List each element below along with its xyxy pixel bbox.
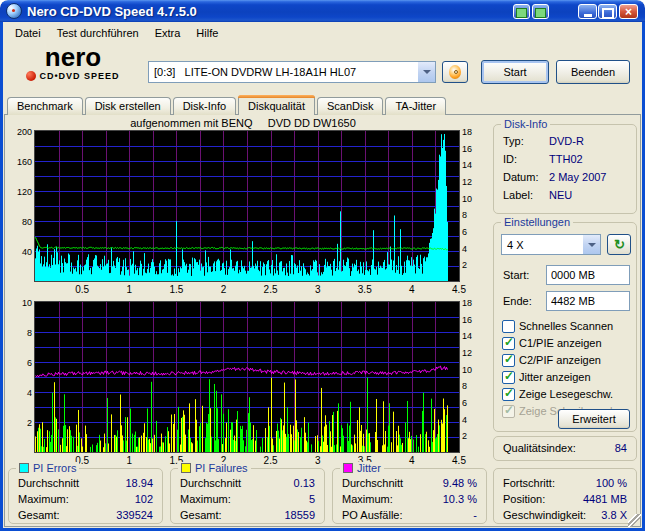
menu-extra[interactable]: Extra (147, 25, 189, 41)
jitter-po-label: PO Ausfälle: (342, 509, 403, 521)
pi-errors-group-title: PI Errors (16, 462, 79, 474)
axis-tick-label: 16 (462, 315, 472, 325)
tab-scandisk[interactable]: ScanDisk (317, 97, 383, 115)
maximize-button[interactable] (598, 4, 617, 19)
start-position-label: Start: (503, 269, 529, 281)
pie-chart-canvas (34, 130, 460, 282)
axis-tick-label: 10 (462, 194, 472, 204)
tab-disk-info[interactable]: Disk-Info (173, 97, 236, 115)
checkbox-c2-pif[interactable]: C2/PIF anzeigen (502, 353, 601, 367)
close-button[interactable]: × (619, 4, 638, 19)
menubar: Datei Test durchführen Extra Hilfe (3, 23, 642, 42)
tab-benchmark[interactable]: Benchmark (7, 97, 83, 115)
axis-tick-label: 4 (462, 244, 467, 254)
jitter-max-value: 10.3 % (443, 493, 477, 505)
green-panel-icon (535, 8, 546, 18)
pif-avg-label: Durchschnitt (180, 477, 241, 489)
checkbox-box (502, 337, 515, 350)
menu-datei[interactable]: Datei (7, 25, 49, 41)
menu-test-durchfuehren[interactable]: Test durchführen (49, 25, 147, 41)
pif-left-axis: 246810 (8, 301, 34, 453)
axis-tick-label: 2 (462, 260, 467, 270)
checkbox-schnelles-scannen[interactable]: Schnelles Scannen (502, 319, 613, 333)
start-position-input[interactable] (546, 265, 630, 285)
axis-tick-label: 6 (462, 398, 467, 408)
pie-legend-swatch (19, 463, 29, 473)
axis-tick-label: 200 (17, 127, 32, 137)
axis-tick-label: 14 (462, 160, 472, 170)
quality-index-label: Qualitätsindex: (503, 442, 576, 454)
pie-chart: 4080120160200 24681012141618 (8, 130, 480, 282)
axis-tick-label: 8 (462, 210, 467, 220)
refresh-speed-button[interactable]: ↻ (607, 234, 631, 255)
axis-tick-label: 1 (126, 455, 132, 466)
pie-total-label: Gesamt: (18, 509, 60, 521)
end-position-input[interactable] (546, 291, 630, 311)
chart-title: aufgenommen mit BENQ DVD DD DW1650 (8, 117, 478, 129)
axis-tick-label: 3.5 (358, 284, 372, 295)
quality-index-group: Qualitätsindex: 84 (493, 436, 637, 461)
menu-hilfe[interactable]: Hilfe (188, 25, 226, 41)
quit-button[interactable]: Beenden (556, 60, 630, 84)
checkbox-lesegeschw[interactable]: Zeige Lesegeschw. (502, 387, 613, 401)
axis-tick-label: 40 (22, 247, 32, 257)
tab-disk-erstellen[interactable]: Disk erstellen (85, 97, 171, 115)
pi-failures-group: PI Failures Durchschnitt0.13 Maximum:5 G… (170, 468, 325, 524)
axis-tick-label: 6 (462, 227, 467, 237)
nero-logo-text: nero (8, 44, 138, 70)
tab-ta-jitter[interactable]: TA-Jitter (385, 97, 446, 115)
pie-total-value: 339524 (116, 509, 153, 521)
speed-select[interactable]: 4 X (501, 234, 601, 255)
minimize-button[interactable] (578, 4, 597, 19)
end-position-label: Ende: (503, 295, 532, 307)
axis-tick-label: 3 (315, 284, 321, 295)
axis-tick-label: 10 (462, 365, 472, 375)
start-button[interactable]: Start (481, 60, 549, 84)
titlebar-extra-button-2[interactable] (532, 4, 549, 19)
app-window: Nero CD-DVD Speed 4.7.5.0 × Datei Test d… (0, 0, 645, 531)
jitter-max-label: Maximum: (342, 493, 393, 505)
settings-group: Einstellungen 4 X ↻ Start: Ende: Schnell… (493, 222, 637, 432)
axis-tick-label: 4 (27, 388, 32, 398)
resize-grip[interactable] (628, 514, 641, 527)
axis-tick-label: 2 (462, 431, 467, 441)
chevron-down-icon[interactable] (582, 235, 600, 254)
close-icon: × (625, 5, 632, 19)
disk-type-value: DVD-R (549, 135, 584, 147)
checkbox-box (502, 371, 515, 384)
axis-tick-label: 1.5 (169, 284, 183, 295)
axis-tick-label: 6 (27, 358, 32, 368)
speed-label: Geschwindigkeit: (503, 509, 586, 521)
advanced-button[interactable]: Erweitert (558, 409, 630, 429)
axis-tick-label: 18 (462, 298, 472, 308)
pif-legend-swatch (181, 463, 191, 473)
checkbox-box (502, 320, 515, 333)
axis-tick-label: 8 (462, 381, 467, 391)
jitter-legend-swatch (343, 463, 353, 473)
pie-avg-value: 18.94 (125, 477, 153, 489)
jitter-group: Jitter Durchschnitt9.48 % Maximum:10.3 %… (332, 468, 487, 524)
pi-errors-group: PI Errors Durchschnitt18.94 Maximum:102 … (8, 468, 163, 524)
minimize-icon (584, 14, 592, 17)
disc-tools-button[interactable] (442, 61, 468, 83)
axis-tick-label: 12 (462, 348, 472, 358)
chevron-down-icon[interactable] (417, 62, 435, 82)
checkbox-jitter[interactable]: Jitter anzeigen (502, 370, 591, 384)
disk-info-group: Disk-Info Typ:DVD-R ID:TTH02 Datum:2 May… (493, 124, 637, 214)
titlebar[interactable]: Nero CD-DVD Speed 4.7.5.0 × (0, 0, 645, 22)
jitter-avg-value: 9.48 % (443, 477, 477, 489)
drive-select[interactable]: [0:3] LITE-ON DVDRW LH-18A1H HL07 (148, 61, 436, 83)
jitter-group-title: Jitter (340, 462, 384, 474)
disc-icon (449, 65, 461, 79)
checkbox-c1-pie[interactable]: C1/PIE anzeigen (502, 336, 602, 350)
disk-date-value: 2 May 2007 (549, 171, 606, 183)
titlebar-extra-button-1[interactable] (513, 4, 530, 19)
maximize-icon (602, 8, 614, 18)
axis-tick-label: 2.5 (264, 455, 278, 466)
jitter-po-value: - (473, 509, 477, 521)
pie-max-label: Maximum: (18, 493, 69, 505)
pie-x-axis: 0.511.522.533.544.5 (35, 284, 459, 294)
disk-label-label: Label: (503, 189, 549, 201)
disk-label-value: NEU (549, 189, 572, 201)
tab-diskqualitaet[interactable]: Diskqualität (238, 95, 315, 115)
